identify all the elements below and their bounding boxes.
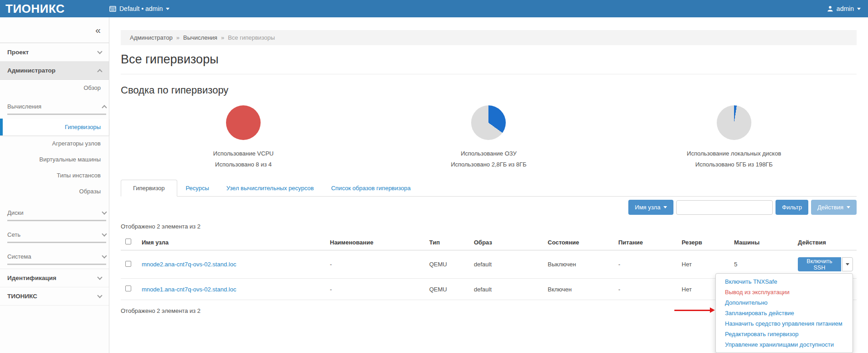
- power-cell: -: [615, 250, 678, 279]
- sidebar-item-administrator[interactable]: Администратор: [0, 61, 109, 80]
- state-cell: Выключен: [544, 250, 615, 279]
- tab-resources[interactable]: Ресурсы: [177, 180, 218, 196]
- sidebar-item-label: Идентификация: [7, 275, 56, 281]
- sidebar: « ПроектАдминистраторОбзорВычисленияГипе…: [0, 17, 109, 353]
- sidebar-item-label: ТИОНИКС: [7, 293, 37, 300]
- breadcrumb-item[interactable]: Администратор: [130, 34, 173, 41]
- top-header: ТИОНИКС Default • admin admin: [0, 0, 868, 17]
- user-menu[interactable]: admin: [827, 5, 861, 12]
- sidebar-item-virtual-machines[interactable]: Виртуальные машины: [0, 151, 109, 167]
- context-switcher[interactable]: Default • admin: [109, 5, 169, 12]
- pie-chart: [226, 105, 261, 140]
- chevron-down-icon: [97, 49, 102, 54]
- sidebar-item-label: Виртуальные машины: [39, 156, 101, 163]
- pointer-arrow-head: [710, 307, 715, 313]
- select-all-checkbox[interactable]: [125, 239, 131, 244]
- naming-cell: -: [326, 279, 426, 300]
- sidebar-item-overview[interactable]: Обзор: [0, 80, 109, 96]
- filter-toolbar: Имя узла Фильтр Действия: [121, 200, 857, 215]
- hypervisor-summary-charts: Использование VCPUИспользовано 8 из 4Исп…: [121, 105, 857, 168]
- hypervisors-table: Имя узлаНаименованиеТипОбразСостояниеПит…: [121, 234, 857, 300]
- bulk-actions-label: Действия: [817, 204, 843, 211]
- brand-logo[interactable]: ТИОНИКС: [0, 0, 109, 17]
- sidebar-item-images[interactable]: Образы: [0, 183, 109, 199]
- sidebar-collapse-button[interactable]: «: [95, 25, 101, 35]
- filter-submit-button[interactable]: Фильтр: [776, 200, 808, 215]
- column-header: Действия: [794, 234, 857, 250]
- state-cell: Включен: [544, 279, 615, 300]
- sidebar-item-instance-types[interactable]: Типы инстансов: [0, 167, 109, 183]
- context-label: Default • admin: [119, 5, 163, 12]
- sidebar-item-label: Сеть: [7, 231, 21, 238]
- pie-chart-caption: Использовано 5ГБ из 198ГБ: [695, 161, 773, 168]
- bulk-actions-button[interactable]: Действия: [811, 200, 857, 215]
- pointer-arrow-shaft: [674, 310, 710, 311]
- column-header: Питание: [615, 234, 678, 250]
- sidebar-item-disks[interactable]: Диски: [7, 206, 106, 221]
- sidebar-item-tionix[interactable]: ТИОНИКС: [0, 287, 109, 306]
- menu-item-decommission[interactable]: Вывод из эксплуатации: [716, 287, 853, 297]
- sidebar-item-identity[interactable]: Идентификация: [0, 269, 109, 287]
- row-select-cell: [121, 279, 138, 300]
- tab-compute-host[interactable]: Узел вычислительных ресурсов: [218, 180, 323, 196]
- table-header-row: Имя узлаНаименованиеТипОбразСостояниеПит…: [121, 234, 857, 250]
- image-cell: default: [470, 250, 544, 279]
- menu-item-assign-power-control[interactable]: Назначить средство управления питанием: [716, 318, 853, 329]
- row-checkbox[interactable]: [125, 261, 131, 267]
- sidebar-header: «: [0, 17, 109, 43]
- row-checkbox[interactable]: [125, 286, 131, 291]
- actions-cell: Включить SSHВключить TNXSafeВывод из экс…: [794, 250, 857, 279]
- menu-item-schedule-action[interactable]: Запланировать действие: [716, 308, 853, 318]
- sidebar-item-label: Обзор: [83, 84, 101, 91]
- sidebar-item-compute[interactable]: Вычисления: [7, 99, 106, 115]
- sidebar-item-hypervisors[interactable]: Гипервизоры: [0, 119, 109, 135]
- image-cell: default: [470, 279, 544, 300]
- menu-item-edit-hypervisor[interactable]: Редактировать гипервизор: [716, 329, 853, 339]
- sidebar-item-project[interactable]: Проект: [0, 43, 109, 61]
- column-header: Машины: [730, 234, 794, 250]
- chevron-down-icon: [846, 263, 849, 265]
- tab-hypervisor[interactable]: Гипервизор: [121, 180, 177, 197]
- menu-item-manage-availability-storages[interactable]: Управление хранилищами доступности: [716, 339, 853, 350]
- sidebar-item-system[interactable]: Система: [7, 249, 106, 265]
- chevron-down-icon: [166, 8, 169, 10]
- pie-chart-label: Использование VCPU: [213, 150, 274, 157]
- column-header: Резерв: [678, 234, 730, 250]
- breadcrumb-item[interactable]: Вычисления: [183, 34, 217, 41]
- menu-item-enable-tnxsafe[interactable]: Включить TNXSafe: [716, 276, 853, 287]
- row-actions-toggle[interactable]: [842, 257, 853, 271]
- type-cell: QEMU: [426, 250, 470, 279]
- app: ТИОНИКС Default • admin admin «: [0, 0, 868, 353]
- node-name-cell: mnode2.ana-cnt7q-ovs-02.stand.loc: [138, 250, 326, 279]
- menu-item-additional[interactable]: Дополнительно: [716, 297, 853, 308]
- sidebar-item-label: Проект: [7, 49, 29, 56]
- filter-search-input[interactable]: [676, 200, 773, 215]
- main-content: Администратор»Вычисления»Все гипервизоры…: [109, 17, 868, 353]
- sidebar-item-label: Диски: [7, 209, 24, 216]
- node-name-link[interactable]: mnode2.ana-cnt7q-ovs-02.stand.loc: [142, 261, 236, 268]
- row-actions-menu: Включить TNXSafeВывод из эксплуатацииДоп…: [715, 273, 853, 353]
- page-title: Все гипервизоры: [121, 52, 857, 74]
- node-name-link[interactable]: mnode1.ana-cnt7q-ovs-02.stand.loc: [142, 286, 236, 293]
- sidebar-item-label: Администратор: [7, 67, 56, 74]
- sidebar-item-host-aggregates[interactable]: Агрегаторы узлов: [0, 135, 109, 151]
- row-select-cell: [121, 250, 138, 279]
- chevron-down-icon: [102, 209, 107, 214]
- tab-hypervisor-images[interactable]: Список образов гипервизора: [323, 180, 420, 196]
- pie-chart-label: Использование локальных дисков: [687, 150, 781, 157]
- chevron-down-icon: [97, 275, 102, 280]
- pie-chart-caption: Использовано 2,8ГБ из 8ГБ: [451, 161, 526, 168]
- column-header: Имя узла: [138, 234, 326, 250]
- enable-ssh-button[interactable]: Включить SSH: [798, 257, 841, 271]
- row-actions-group: Включить SSHВключить TNXSafeВывод из экс…: [798, 257, 853, 271]
- sidebar-item-network[interactable]: Сеть: [7, 228, 106, 243]
- column-header: Образ: [470, 234, 544, 250]
- summary-title: Сводка по гипервизору: [121, 84, 857, 96]
- filter-field-button[interactable]: Имя узла: [628, 200, 673, 215]
- summary-chart: Использование ОЗУИспользовано 2,8ГБ из 8…: [366, 105, 611, 168]
- items-count-top: Отображено 2 элемента из 2: [121, 223, 857, 230]
- pie-chart-label: Использование ОЗУ: [461, 150, 517, 157]
- sidebar-item-label: Вычисления: [7, 103, 41, 110]
- summary-chart: Использование локальных дисковИспользова…: [611, 105, 857, 168]
- chevron-down-icon: [663, 206, 667, 208]
